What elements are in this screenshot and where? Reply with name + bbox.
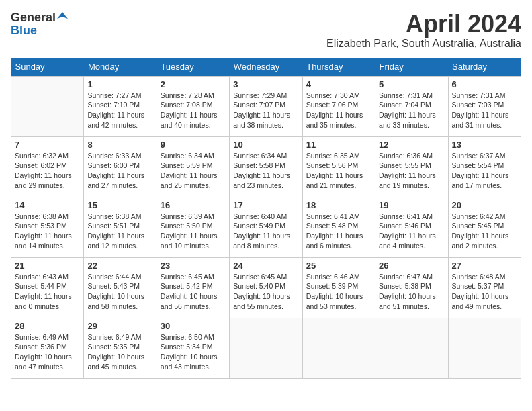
day-info: Sunrise: 6:38 AM Sunset: 5:51 PM Dayligh… <box>87 212 152 251</box>
day-number: 4 <box>306 79 371 89</box>
day-number: 30 <box>161 321 226 331</box>
calendar-cell: 28Sunrise: 6:49 AM Sunset: 5:36 PM Dayli… <box>11 318 84 378</box>
calendar-cell: 27Sunrise: 6:48 AM Sunset: 5:37 PM Dayli… <box>448 257 521 318</box>
day-number: 21 <box>15 261 80 271</box>
column-header-friday: Friday <box>375 58 448 77</box>
day-info: Sunrise: 6:36 AM Sunset: 5:55 PM Dayligh… <box>379 151 444 191</box>
day-number: 1 <box>87 79 152 89</box>
day-number: 28 <box>15 321 80 331</box>
svg-marker-0 <box>57 12 68 19</box>
column-header-sunday: Sunday <box>11 58 84 77</box>
day-number: 24 <box>233 261 298 271</box>
calendar-table: SundayMondayTuesdayWednesdayThursdayFrid… <box>11 58 521 379</box>
calendar-cell: 15Sunrise: 6:38 AM Sunset: 5:51 PM Dayli… <box>84 197 157 257</box>
calendar-cell: 25Sunrise: 6:46 AM Sunset: 5:39 PM Dayli… <box>302 257 375 318</box>
day-info: Sunrise: 7:28 AM Sunset: 7:08 PM Dayligh… <box>161 91 226 130</box>
calendar-cell <box>375 318 448 378</box>
calendar-cell: 2Sunrise: 7:28 AM Sunset: 7:08 PM Daylig… <box>157 76 229 136</box>
day-info: Sunrise: 6:34 AM Sunset: 5:58 PM Dayligh… <box>233 151 298 191</box>
day-number: 25 <box>306 261 371 271</box>
calendar-cell: 14Sunrise: 6:38 AM Sunset: 5:53 PM Dayli… <box>11 197 84 257</box>
day-number: 7 <box>15 140 80 150</box>
calendar-cell: 10Sunrise: 6:34 AM Sunset: 5:58 PM Dayli… <box>230 136 302 197</box>
day-info: Sunrise: 6:48 AM Sunset: 5:37 PM Dayligh… <box>452 272 517 312</box>
day-number: 14 <box>15 200 80 210</box>
day-number: 11 <box>306 140 371 150</box>
calendar-header-row: SundayMondayTuesdayWednesdayThursdayFrid… <box>11 58 521 77</box>
column-header-thursday: Thursday <box>302 58 375 77</box>
day-info: Sunrise: 6:47 AM Sunset: 5:38 PM Dayligh… <box>379 272 444 312</box>
day-info: Sunrise: 6:44 AM Sunset: 5:43 PM Dayligh… <box>87 272 152 312</box>
calendar-cell: 16Sunrise: 6:39 AM Sunset: 5:50 PM Dayli… <box>157 197 229 257</box>
calendar-cell: 1Sunrise: 7:27 AM Sunset: 7:10 PM Daylig… <box>84 76 157 136</box>
day-number: 19 <box>379 200 444 210</box>
calendar-cell: 22Sunrise: 6:44 AM Sunset: 5:43 PM Dayli… <box>84 257 157 318</box>
calendar-cell: 8Sunrise: 6:33 AM Sunset: 6:00 PM Daylig… <box>84 136 157 197</box>
calendar-cell: 12Sunrise: 6:36 AM Sunset: 5:55 PM Dayli… <box>375 136 448 197</box>
logo-bird-icon <box>57 11 68 21</box>
day-info: Sunrise: 6:49 AM Sunset: 5:36 PM Dayligh… <box>15 332 80 372</box>
month-title: April 2024 <box>326 11 521 38</box>
day-info: Sunrise: 6:40 AM Sunset: 5:49 PM Dayligh… <box>233 212 298 251</box>
day-info: Sunrise: 7:27 AM Sunset: 7:10 PM Dayligh… <box>87 91 152 130</box>
day-number: 3 <box>233 79 298 89</box>
day-info: Sunrise: 7:30 AM Sunset: 7:06 PM Dayligh… <box>306 91 371 130</box>
day-info: Sunrise: 6:41 AM Sunset: 5:46 PM Dayligh… <box>379 212 444 251</box>
title-section: April 2024 Elizabeth Park, South Austral… <box>326 11 521 50</box>
day-number: 10 <box>233 140 298 150</box>
column-header-tuesday: Tuesday <box>157 58 229 77</box>
calendar-cell: 3Sunrise: 7:29 AM Sunset: 7:07 PM Daylig… <box>230 76 302 136</box>
day-info: Sunrise: 6:32 AM Sunset: 6:02 PM Dayligh… <box>15 151 80 191</box>
calendar-cell: 9Sunrise: 6:34 AM Sunset: 5:59 PM Daylig… <box>157 136 229 197</box>
day-info: Sunrise: 6:46 AM Sunset: 5:39 PM Dayligh… <box>306 272 371 312</box>
day-info: Sunrise: 7:29 AM Sunset: 7:07 PM Dayligh… <box>233 91 298 130</box>
calendar-cell: 18Sunrise: 6:41 AM Sunset: 5:48 PM Dayli… <box>302 197 375 257</box>
calendar-cell: 23Sunrise: 6:45 AM Sunset: 5:42 PM Dayli… <box>157 257 229 318</box>
day-number: 2 <box>161 79 226 89</box>
calendar-week-row: 14Sunrise: 6:38 AM Sunset: 5:53 PM Dayli… <box>11 197 521 257</box>
calendar-cell: 24Sunrise: 6:45 AM Sunset: 5:40 PM Dayli… <box>230 257 302 318</box>
calendar-cell: 17Sunrise: 6:40 AM Sunset: 5:49 PM Dayli… <box>230 197 302 257</box>
day-info: Sunrise: 6:38 AM Sunset: 5:53 PM Dayligh… <box>15 212 80 251</box>
day-info: Sunrise: 6:42 AM Sunset: 5:45 PM Dayligh… <box>452 212 517 251</box>
calendar-cell: 29Sunrise: 6:49 AM Sunset: 5:35 PM Dayli… <box>84 318 157 378</box>
day-info: Sunrise: 6:41 AM Sunset: 5:48 PM Dayligh… <box>306 212 371 251</box>
day-number: 17 <box>233 200 298 210</box>
day-number: 22 <box>87 261 152 271</box>
calendar-cell <box>302 318 375 378</box>
day-info: Sunrise: 6:45 AM Sunset: 5:40 PM Dayligh… <box>233 272 298 312</box>
day-info: Sunrise: 7:31 AM Sunset: 7:04 PM Dayligh… <box>379 91 444 130</box>
day-number: 6 <box>452 79 517 89</box>
day-info: Sunrise: 6:45 AM Sunset: 5:42 PM Dayligh… <box>161 272 226 312</box>
day-number: 27 <box>452 261 517 271</box>
logo: General Blue <box>11 11 68 36</box>
day-number: 5 <box>379 79 444 89</box>
logo-general-text: General <box>11 11 56 24</box>
calendar-week-row: 28Sunrise: 6:49 AM Sunset: 5:36 PM Dayli… <box>11 318 521 378</box>
day-number: 9 <box>161 140 226 150</box>
location-title: Elizabeth Park, South Australia, Austral… <box>326 38 521 50</box>
day-info: Sunrise: 6:50 AM Sunset: 5:34 PM Dayligh… <box>161 332 226 372</box>
day-number: 12 <box>379 140 444 150</box>
column-header-wednesday: Wednesday <box>230 58 302 77</box>
day-info: Sunrise: 6:35 AM Sunset: 5:56 PM Dayligh… <box>306 151 371 191</box>
column-header-saturday: Saturday <box>448 58 521 77</box>
calendar-cell: 19Sunrise: 6:41 AM Sunset: 5:46 PM Dayli… <box>375 197 448 257</box>
calendar-cell: 5Sunrise: 7:31 AM Sunset: 7:04 PM Daylig… <box>375 76 448 136</box>
day-info: Sunrise: 6:34 AM Sunset: 5:59 PM Dayligh… <box>161 151 226 191</box>
calendar-cell: 7Sunrise: 6:32 AM Sunset: 6:02 PM Daylig… <box>11 136 84 197</box>
calendar-cell <box>448 318 521 378</box>
calendar-cell: 26Sunrise: 6:47 AM Sunset: 5:38 PM Dayli… <box>375 257 448 318</box>
day-info: Sunrise: 7:31 AM Sunset: 7:03 PM Dayligh… <box>452 91 517 130</box>
day-number: 8 <box>87 140 152 150</box>
day-number: 20 <box>452 200 517 210</box>
calendar-cell: 20Sunrise: 6:42 AM Sunset: 5:45 PM Dayli… <box>448 197 521 257</box>
day-number: 16 <box>161 200 226 210</box>
calendar-cell: 4Sunrise: 7:30 AM Sunset: 7:06 PM Daylig… <box>302 76 375 136</box>
day-info: Sunrise: 6:33 AM Sunset: 6:00 PM Dayligh… <box>87 151 152 191</box>
page-header: General Blue April 2024 Elizabeth Park, … <box>11 11 521 50</box>
day-info: Sunrise: 6:39 AM Sunset: 5:50 PM Dayligh… <box>161 212 226 251</box>
day-info: Sunrise: 6:37 AM Sunset: 5:54 PM Dayligh… <box>452 151 517 191</box>
column-header-monday: Monday <box>84 58 157 77</box>
day-info: Sunrise: 6:43 AM Sunset: 5:44 PM Dayligh… <box>15 272 80 312</box>
